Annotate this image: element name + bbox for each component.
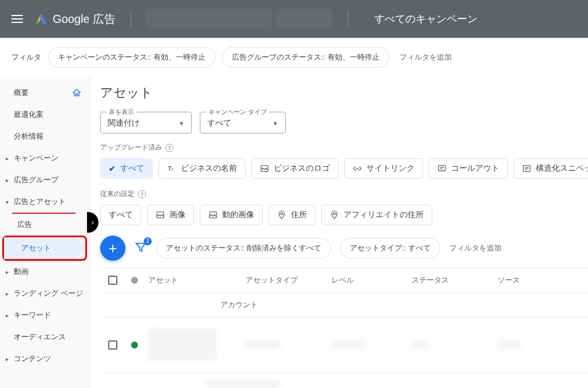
col-asset-type[interactable]: アセットタイプ (246, 275, 332, 285)
chip-sitelink[interactable]: サイトリンク (344, 158, 423, 179)
chevron-down-icon: ▼ (179, 120, 184, 127)
funnel-count-badge: 2 (144, 237, 152, 245)
scope-title: すべてのキャンペーン (374, 12, 477, 26)
campaign-type-select[interactable]: キャンペーン タイプ すべて ▼ (200, 112, 286, 134)
pill-asset-type[interactable]: アセットタイプ:: すべて (340, 238, 440, 258)
check-icon: ✔ (109, 164, 116, 173)
status-dot-header (131, 277, 138, 284)
sidebar-item-overview[interactable]: 概要 (0, 82, 89, 104)
app-header: Google 広告 すべてのキャンペーン (0, 0, 588, 38)
filter-label: フィルタ (11, 52, 41, 62)
global-filter-bar: フィルタ キャンペーンのステータス:: 有効、一時停止 広告グループのステータス… (0, 38, 588, 77)
table-group-row: アカウント (100, 293, 588, 318)
table-view-label: 表を表示 (106, 108, 136, 116)
table-view-value: 関連付け (108, 118, 140, 128)
product-title: Google 広告 (53, 11, 116, 27)
source-cell-redacted (498, 340, 520, 350)
sidebar-item-content[interactable]: コンテンツ (0, 348, 89, 370)
account-id-redacted (275, 9, 333, 29)
svg-point-8 (281, 213, 282, 214)
ads-logo-icon (34, 12, 48, 26)
table-row-partial (100, 373, 588, 388)
sidebar-item-campaigns[interactable]: キャンペーン (0, 147, 89, 169)
legacy-chips: すべて 画像 動的画像 住所 アフィリエイトの住所 (100, 205, 588, 225)
chip-location[interactable]: 住所 (269, 205, 315, 225)
col-asset[interactable]: アセット (148, 275, 246, 285)
chip-legacy-all[interactable]: すべて (100, 205, 141, 225)
header-divider (131, 10, 131, 28)
main-content: アセット 表を表示 関連付け ▼ キャンペーン タイプ すべて ▼ アップグレー… (90, 77, 588, 388)
menu-icon[interactable] (11, 15, 25, 23)
col-level[interactable]: レベル (332, 275, 412, 285)
link-icon (353, 164, 362, 173)
add-button[interactable]: + (100, 236, 125, 261)
asset-cell-redacted (148, 329, 217, 361)
callout-icon (437, 164, 447, 173)
image-icon (260, 164, 269, 173)
status-dot-enabled (131, 342, 138, 348)
type-cell-redacted (246, 340, 280, 350)
campaign-type-label: キャンペーン タイプ (206, 108, 269, 116)
account-selector-redacted[interactable] (146, 9, 272, 29)
add-filter-link[interactable]: フィルタを追加 (400, 52, 452, 62)
text-icon: TT (167, 164, 176, 173)
campaign-type-value: すべて (207, 118, 231, 128)
chip-snippet[interactable]: 構造化スニペッ (514, 158, 588, 179)
table-view-select[interactable]: 表を表示 関連付け ▼ (100, 112, 192, 134)
svg-rect-4 (439, 166, 445, 171)
help-icon[interactable]: ? (165, 144, 173, 152)
sidebar-item-adgroups[interactable]: 広告グループ (0, 169, 89, 191)
level-cell-redacted (332, 340, 366, 350)
chip-affiliate-location[interactable]: アフィリエイトの住所 (321, 205, 432, 225)
sidebar-item-recommendations[interactable]: 最適化案 (0, 104, 89, 126)
sidebar-item-landing[interactable]: ランディング ページ (0, 283, 89, 304)
sidebar-item-ads-assets[interactable]: 広告とアセット (0, 191, 89, 213)
row-checkbox[interactable] (108, 340, 117, 350)
pin-icon (277, 210, 286, 220)
chip-business-logo[interactable]: ビジネスのロゴ (251, 158, 338, 179)
snippet-icon (522, 164, 531, 173)
col-source[interactable]: ソース (498, 275, 580, 285)
add-filter-link[interactable]: フィルタを追加 (449, 243, 502, 253)
home-icon (72, 88, 81, 97)
legacy-section-label: 従来の設定 ? (100, 189, 588, 199)
sidebar-item-insights[interactable]: 分析情報 (0, 126, 89, 147)
chip-business-name[interactable]: TTビジネスの名前 (159, 158, 246, 179)
filter-funnel-button[interactable]: 2 (135, 241, 147, 256)
svg-point-0 (35, 21, 39, 25)
help-icon[interactable]: ? (138, 190, 146, 198)
col-status[interactable]: ステータス (412, 275, 498, 285)
sidebar-item-keywords[interactable]: キーワード (0, 304, 89, 326)
table-action-row: + 2 アセットのステータス:: 削除済みを除くすべて アセットタイプ:: すべ… (100, 236, 588, 261)
chip-dynamic-image[interactable]: 動的画像 (200, 205, 263, 225)
page-title: アセット (100, 84, 588, 101)
filter-chip-campaign-status[interactable]: キャンペーンのステータス:: 有効、一時停止 (48, 47, 215, 68)
table-header-row: アセット アセットタイプ レベル ステータス ソース (100, 268, 588, 293)
cell-redacted (206, 380, 280, 388)
sidebar: 概要 最適化案 分析情報 キャンペーン 広告グループ 広告とアセット 広告 アセ… (0, 77, 90, 388)
svg-point-9 (333, 213, 335, 214)
svg-text:T: T (171, 167, 174, 172)
image-icon (208, 210, 218, 220)
table-row[interactable] (100, 318, 588, 373)
sidebar-item-label: 概要 (14, 88, 29, 98)
image-icon (156, 210, 165, 220)
chevron-down-icon: ▼ (273, 120, 278, 127)
chip-callout[interactable]: コールアウト (429, 158, 508, 179)
sidebar-sub-assets[interactable]: アセット (4, 237, 83, 259)
upgraded-section-label: アップグレード済み ? (100, 143, 588, 152)
ads-logo[interactable]: Google 広告 (34, 11, 116, 27)
view-controls: 表を表示 関連付け ▼ キャンペーン タイプ すべて ▼ (100, 112, 588, 134)
filter-chip-adgroup-status[interactable]: 広告グループのステータス:: 有効、一時停止 (222, 47, 389, 68)
sidebar-sub-ads[interactable]: 広告 (0, 214, 89, 236)
status-cell-redacted (412, 340, 429, 350)
upgraded-chips: ✔すべて TTビジネスの名前 ビジネスのロゴ サイトリンク コールアウト 構造化… (100, 158, 588, 179)
chip-all[interactable]: ✔すべて (100, 158, 153, 179)
pin-icon (330, 210, 339, 220)
select-all-checkbox[interactable] (108, 276, 117, 285)
sidebar-item-videos[interactable]: 動画 (0, 261, 89, 283)
sidebar-active-highlight: アセット (2, 236, 87, 261)
sidebar-item-audiences[interactable]: オーディエンス (0, 326, 89, 348)
chip-image[interactable]: 画像 (147, 205, 194, 225)
pill-asset-status[interactable]: アセットのステータス:: 削除済みを除くすべて (156, 238, 331, 258)
